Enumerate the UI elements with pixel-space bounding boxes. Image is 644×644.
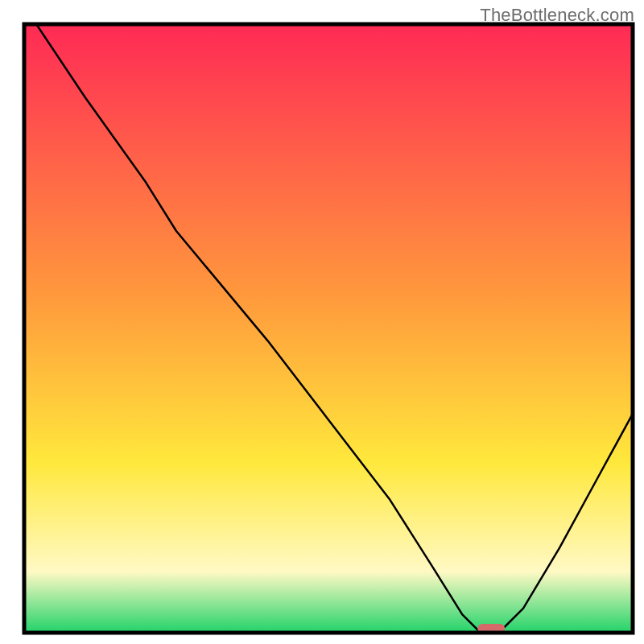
chart-svg [0,0,644,644]
gradient-background [24,24,633,633]
bottleneck-chart: TheBottleneck.com [0,0,644,644]
watermark-text: TheBottleneck.com [480,5,634,26]
